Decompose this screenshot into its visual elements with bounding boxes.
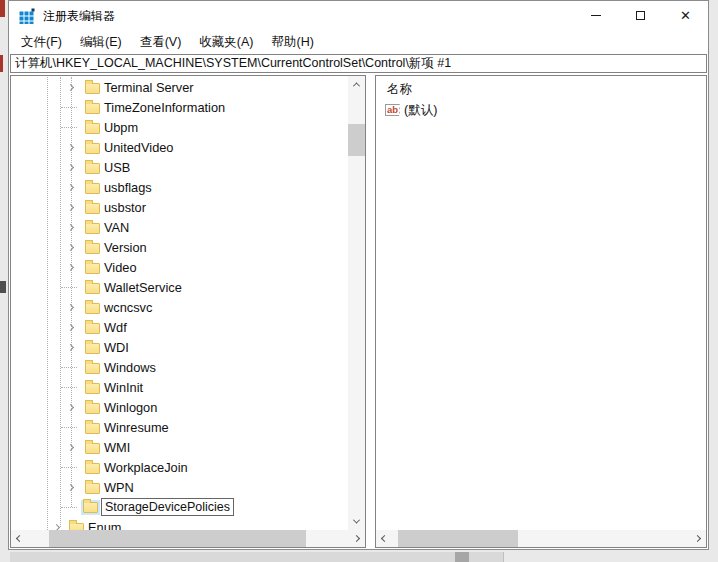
tree-vertical-scrollbar[interactable] xyxy=(348,76,365,530)
list-header: 名称 xyxy=(376,76,706,98)
tree-item[interactable]: usbstor xyxy=(11,197,348,217)
tree-connector xyxy=(61,287,77,288)
tree-item-label: Terminal Server xyxy=(104,80,194,95)
expand-chevron-icon[interactable] xyxy=(64,445,77,450)
scroll-down-button[interactable] xyxy=(348,513,365,530)
folder-icon xyxy=(85,463,100,474)
folder-icon xyxy=(85,363,100,374)
registry-editor-window: 注册表编辑器 ✕ 文件(F) 编辑(E) 查看(V) 收藏夹(A) 帮助(H) … xyxy=(8,0,709,550)
tree-item-label: USB xyxy=(104,160,130,175)
background-window-fragment xyxy=(0,55,3,72)
tree-item-label: Ubpm xyxy=(104,120,138,135)
folder-icon xyxy=(85,143,100,154)
close-button[interactable]: ✕ xyxy=(663,1,708,30)
tree-item[interactable]: Windows xyxy=(11,357,348,377)
tree-item[interactable]: TimeZoneInformation xyxy=(11,97,348,117)
tree-item-enum[interactable]: Enum xyxy=(11,517,348,530)
value-row[interactable]: ab (默认) xyxy=(376,101,706,119)
menu-item[interactable]: 编辑(E) xyxy=(71,31,131,55)
rename-input[interactable]: StorageDevicePolicies xyxy=(101,498,234,516)
tree-item[interactable]: WinInit xyxy=(11,377,348,397)
menu-item[interactable]: 查看(V) xyxy=(131,31,191,55)
tree-item-label: Winresume xyxy=(104,420,169,435)
expand-chevron-icon[interactable] xyxy=(64,265,77,270)
menu-item[interactable]: 收藏夹(A) xyxy=(190,31,262,55)
tree-horizontal-scrollbar[interactable] xyxy=(11,530,365,547)
tree-item[interactable]: Wdf xyxy=(11,317,348,337)
tree-item[interactable]: wcncsvc xyxy=(11,297,348,317)
expand-chevron-icon[interactable] xyxy=(64,325,77,330)
address-path: 计算机\HKEY_LOCAL_MACHINE\SYSTEM\CurrentCon… xyxy=(15,56,451,70)
folder-icon xyxy=(85,343,100,354)
tree-item[interactable]: Video xyxy=(11,257,348,277)
tree-item[interactable]: Terminal Server xyxy=(11,77,348,97)
tree-connector xyxy=(61,507,77,508)
scroll-right-button[interactable] xyxy=(689,530,706,547)
background-window-fragment xyxy=(0,0,5,17)
expand-chevron-icon[interactable] xyxy=(64,165,77,170)
list-horizontal-scrollbar[interactable] xyxy=(376,530,706,547)
scrollbar-thumb[interactable] xyxy=(348,124,365,156)
value-name: (默认) xyxy=(404,102,437,119)
folder-icon xyxy=(85,283,100,294)
tree-item-label: VAN xyxy=(104,220,129,235)
background-scrollbar-thumb-fragment xyxy=(455,552,469,562)
tree-item[interactable]: WorkplaceJoin xyxy=(11,457,348,477)
menu-item[interactable]: 文件(F) xyxy=(12,31,71,55)
tree-item[interactable]: Winlogon xyxy=(11,397,348,417)
tree-item[interactable]: usbflags xyxy=(11,177,348,197)
expand-chevron-icon[interactable] xyxy=(64,485,77,490)
tree-item[interactable]: WMI xyxy=(11,437,348,457)
folder-icon xyxy=(85,443,100,454)
scrollbar-thumb[interactable] xyxy=(49,530,306,547)
string-value-icon: ab xyxy=(385,104,400,116)
expand-chevron-icon[interactable] xyxy=(64,205,77,210)
minimize-button[interactable] xyxy=(573,1,618,30)
folder-icon xyxy=(85,323,100,334)
tree-item-label: Enum xyxy=(88,520,121,531)
tree-item[interactable]: WPN xyxy=(11,477,348,497)
expand-chevron-icon[interactable] xyxy=(64,225,77,230)
expand-chevron-icon[interactable] xyxy=(64,405,77,410)
background-window-fragment xyxy=(503,552,504,562)
maximize-icon xyxy=(636,11,645,20)
expand-chevron-icon[interactable] xyxy=(50,525,63,530)
folder-icon xyxy=(85,303,100,314)
expand-chevron-icon[interactable] xyxy=(64,85,77,90)
tree-item[interactable]: Version xyxy=(11,237,348,257)
scroll-right-button[interactable] xyxy=(348,530,365,547)
tree-item[interactable]: WalletService xyxy=(11,277,348,297)
tree-item[interactable]: WDI xyxy=(11,337,348,357)
address-bar[interactable]: 计算机\HKEY_LOCAL_MACHINE\SYSTEM\CurrentCon… xyxy=(10,54,707,73)
folder-icon xyxy=(85,123,100,134)
tree-item[interactable]: USB xyxy=(11,157,348,177)
maximize-button[interactable] xyxy=(618,1,663,30)
tree-item-renaming[interactable]: StorageDevicePolicies xyxy=(11,497,348,517)
expand-chevron-icon[interactable] xyxy=(64,185,77,190)
tree-item-label: Windows xyxy=(104,360,156,375)
scroll-left-button[interactable] xyxy=(376,530,393,547)
folder-icon xyxy=(85,103,100,114)
tree-item-label: WorkplaceJoin xyxy=(104,460,188,475)
expand-chevron-icon[interactable] xyxy=(64,145,77,150)
expand-chevron-icon[interactable] xyxy=(64,345,77,350)
expand-chevron-icon[interactable] xyxy=(64,305,77,310)
tree-item-label: WMI xyxy=(104,440,130,455)
menu-item[interactable]: 帮助(H) xyxy=(262,31,322,55)
expand-chevron-icon[interactable] xyxy=(64,245,77,250)
close-icon: ✕ xyxy=(680,9,691,22)
folder-icon xyxy=(85,83,100,94)
scrollbar-thumb[interactable] xyxy=(398,530,518,547)
scroll-left-button[interactable] xyxy=(11,530,28,547)
tree-connector xyxy=(61,107,77,108)
scroll-up-button[interactable] xyxy=(348,76,365,93)
tree-item[interactable]: Winresume xyxy=(11,417,348,437)
tree-item-label: WalletService xyxy=(104,280,182,295)
tree-item[interactable]: Ubpm xyxy=(11,117,348,137)
folder-icon xyxy=(85,203,100,214)
tree-connector xyxy=(61,127,77,128)
tree-item[interactable]: VAN xyxy=(11,217,348,237)
column-header-name[interactable]: 名称 xyxy=(387,82,412,96)
tree-item[interactable]: UnitedVideo xyxy=(11,137,348,157)
tree-item-label: usbstor xyxy=(104,200,146,215)
